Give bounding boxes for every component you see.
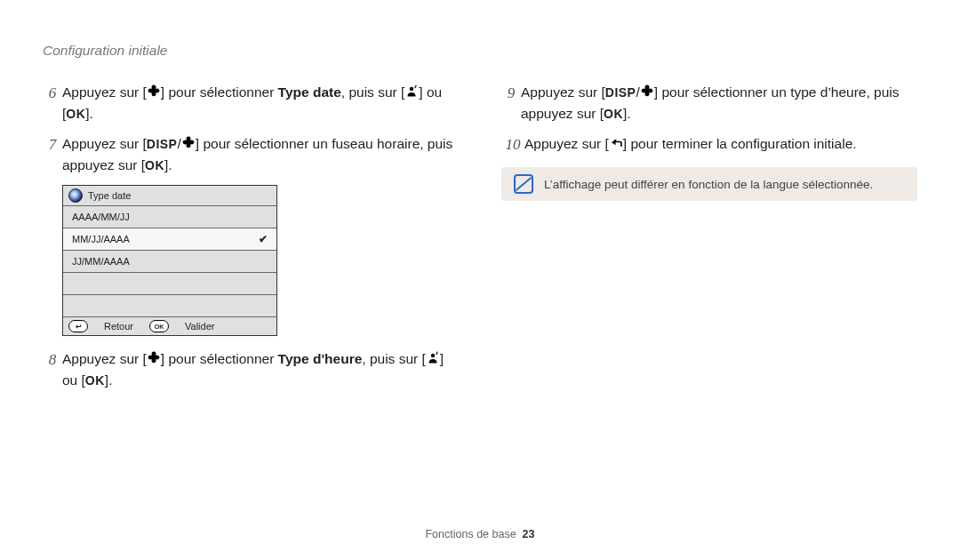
step-body: Appuyez sur [] pour sélectionner Type da… <box>62 82 459 124</box>
footer-label: Fonctions de base <box>425 528 516 540</box>
ok-icon: OK <box>85 373 105 388</box>
ok-icon: OK <box>66 107 85 121</box>
menu-option-selected[interactable]: MM/JJ/AAAA ✔ <box>63 228 276 251</box>
section-title: Configuration initiale <box>43 43 917 59</box>
page-number: 23 <box>523 528 535 540</box>
info-note: L’affichage peut différer en fonction de… <box>501 167 917 201</box>
step-10: 10 Appuyez sur [] pour terminer la confi… <box>501 133 917 156</box>
page-footer: Fonctions de base 23 <box>0 528 960 540</box>
step-number: 6 <box>43 82 62 105</box>
step-body: Appuyez sur [DISP/] pour sélectionner un… <box>62 133 459 176</box>
menu-footer: ↩ Retour OK Valider <box>63 316 276 335</box>
menu-title: Type date <box>88 190 131 201</box>
disp-icon: DISP <box>147 137 178 151</box>
return-icon <box>609 136 623 148</box>
settings-wheel-icon <box>68 188 83 203</box>
step-body: Appuyez sur [] pour terminer la configur… <box>524 133 917 155</box>
macro-icon <box>147 351 161 364</box>
step-number: 9 <box>501 82 521 105</box>
note-icon <box>514 174 533 194</box>
step-body: Appuyez sur [DISP/] pour sélectionner un… <box>521 82 917 124</box>
check-icon: ✔ <box>259 233 268 245</box>
back-key-icon: ↩ <box>68 320 88 332</box>
step-number: 8 <box>43 348 62 372</box>
ok-icon: OK <box>145 158 164 172</box>
disp-icon: DISP <box>605 85 636 100</box>
menu-option[interactable]: JJ/MM/AAAA <box>63 251 276 273</box>
ok-icon: OK <box>604 107 623 121</box>
step-number: 7 <box>43 133 62 156</box>
date-type-menu: Type date AAAA/MM/JJ MM/JJ/AAAA ✔ JJ/MM/… <box>62 185 277 336</box>
menu-empty-row <box>63 295 276 316</box>
menu-empty-row <box>63 273 276 295</box>
menu-option[interactable]: AAAA/MM/JJ <box>63 206 276 228</box>
ok-label: Valider <box>185 321 214 332</box>
timer-icon <box>426 351 440 364</box>
back-label: Retour <box>104 321 133 332</box>
right-column: 9 Appuyez sur [DISP/] pour sélectionner … <box>501 82 917 400</box>
macro-icon <box>640 84 654 97</box>
step-8: 8 Appuyez sur [] pour sélectionner Type … <box>43 348 459 391</box>
ok-key-icon: OK <box>149 320 169 332</box>
step-6: 6 Appuyez sur [] pour sélectionner Type … <box>43 82 459 124</box>
timer-icon <box>404 84 419 97</box>
left-column: 6 Appuyez sur [] pour sélectionner Type … <box>43 82 459 400</box>
note-text: L’affichage peut différer en fonction de… <box>544 178 873 191</box>
step-body: Appuyez sur [] pour sélectionner Type d'… <box>62 348 459 391</box>
macro-icon <box>181 136 196 148</box>
step-9: 9 Appuyez sur [DISP/] pour sélectionner … <box>501 82 917 124</box>
step-7: 7 Appuyez sur [DISP/] pour sélectionner … <box>43 133 459 176</box>
step-number: 10 <box>501 133 524 156</box>
macro-icon <box>147 84 161 97</box>
menu-title-bar: Type date <box>63 186 276 206</box>
